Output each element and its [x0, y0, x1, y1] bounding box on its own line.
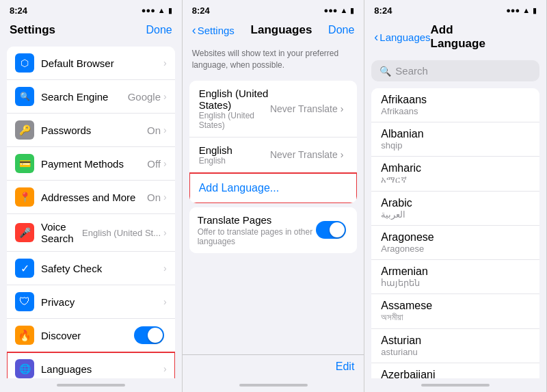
chevron-icon: ›	[163, 57, 167, 68]
voice-search-value: English (United St...	[82, 228, 161, 238]
add-language-item[interactable]: Add Language...	[189, 173, 358, 203]
lang-aragonese[interactable]: Aragonese Aragonese	[371, 226, 539, 260]
done-button-1[interactable]: Done	[146, 24, 172, 36]
lang-action: Never Translate ›	[270, 103, 343, 114]
lang-native: shqip	[381, 140, 530, 151]
lang-name: Assamese	[381, 300, 530, 312]
safety-check-icon: ✓	[15, 259, 34, 278]
chevron-icon: ›	[163, 227, 167, 238]
search-engine-item[interactable]: 🔍 Search Engine Google ›	[7, 80, 175, 114]
addresses-item[interactable]: 📍 Addresses and More On ›	[7, 181, 175, 214]
nav-bar-1: Settings Done	[0, 19, 182, 42]
lang-armenian[interactable]: Armenian հայերեն	[371, 260, 539, 294]
home-indicator-3	[364, 378, 546, 392]
back-to-settings[interactable]: ‹ Settings	[192, 24, 235, 36]
battery-icon: ▮	[168, 6, 172, 15]
lang-afrikaans[interactable]: Afrikaans Afrikaans	[371, 88, 539, 122]
default-browser-icon: ⬡	[15, 53, 34, 73]
status-bar-2: 8:24 ●●● ▲ ▮	[183, 0, 364, 19]
time-3: 8:24	[374, 5, 392, 16]
lang-azerbaijani[interactable]: Azerbaijani azerbaycan	[371, 363, 539, 378]
add-language-list: Afrikaans Afrikaans Albanian shqip Amhar…	[371, 88, 539, 378]
home-bar	[421, 384, 490, 387]
lang-secondary: English	[199, 156, 270, 166]
wifi-icon: ▲	[340, 6, 347, 14]
lang-english[interactable]: English English Never Translate ›	[189, 138, 358, 173]
bottom-bar: Edit	[183, 354, 364, 378]
lang-english-us[interactable]: English (United States) English (United …	[189, 81, 358, 138]
discover-label: Discover	[41, 330, 134, 341]
chevron-icon: ›	[163, 263, 167, 274]
back-chevron-icon: ‹	[374, 31, 378, 43]
language-list-scroll[interactable]: Afrikaans Afrikaans Albanian shqip Amhar…	[364, 86, 546, 378]
time-1: 8:24	[10, 5, 27, 16]
settings-title: Settings	[10, 23, 55, 37]
lang-albanian[interactable]: Albanian shqip	[371, 122, 539, 157]
chevron-icon: ›	[163, 296, 167, 307]
settings-scroll[interactable]: ⬡ Default Browser › 🔍 Search Engine Goog…	[0, 42, 182, 378]
translate-toggle[interactable]	[316, 221, 346, 239]
passwords-label: Passwords	[41, 125, 147, 136]
lang-assamese[interactable]: Assamese অসমীয়া	[371, 294, 539, 329]
back-chevron-icon: ‹	[192, 24, 196, 36]
discover-icon: 🔥	[15, 326, 34, 345]
add-language-panel: 8:24 ●●● ▲ ▮ ‹ Languages Add Language 🔍 …	[364, 0, 547, 392]
discover-toggle[interactable]	[134, 326, 164, 344]
languages-panel: 8:24 ●●● ▲ ▮ ‹ Settings Languages Done W…	[183, 0, 365, 392]
chevron-icon: ›	[163, 158, 167, 169]
lang-native: አማርኛ	[381, 174, 530, 185]
languages-item[interactable]: 🌐 Languages ›	[7, 352, 175, 378]
lang-amharic[interactable]: Amharic አማርኛ	[371, 157, 539, 192]
languages-list: English (United States) English (United …	[189, 81, 358, 203]
wifi-icon: ▲	[522, 6, 530, 14]
translate-pages-item[interactable]: Translate Pages Offer to translate pages…	[189, 207, 358, 253]
lang-native: հայերեն	[381, 278, 530, 288]
passwords-icon: 🔑	[15, 120, 34, 140]
discover-item[interactable]: 🔥 Discover	[7, 319, 175, 352]
back-label: Settings	[198, 25, 235, 36]
translate-sub: Offer to translate pages in other langua…	[198, 227, 317, 246]
lang-asturian[interactable]: Asturian asturianu	[371, 329, 539, 363]
addresses-icon: 📍	[15, 187, 34, 207]
payment-methods-item[interactable]: 💳 Payment Methods Off ›	[7, 147, 175, 181]
search-bar[interactable]: 🔍 Search	[371, 60, 539, 81]
back-to-languages[interactable]: ‹ Languages	[374, 31, 430, 43]
translate-title: Translate Pages	[198, 214, 317, 226]
done-button-2[interactable]: Done	[328, 24, 354, 36]
add-language-title: Add Language	[431, 23, 501, 51]
passwords-item[interactable]: 🔑 Passwords On ›	[7, 114, 175, 147]
privacy-icon: 🛡	[15, 292, 34, 311]
payment-label: Payment Methods	[41, 158, 147, 170]
safety-check-label: Safety Check	[41, 263, 163, 274]
languages-scroll[interactable]: Websites will show text in your preferre…	[183, 42, 364, 354]
status-icons-2: ●●● ▲ ▮	[324, 6, 355, 15]
lang-native: অসমীয়া	[381, 312, 530, 323]
battery-icon: ▮	[350, 6, 354, 15]
lang-arabic[interactable]: Arabic العربية	[371, 192, 539, 226]
languages-label: Languages	[41, 363, 163, 375]
chevron-icon: ›	[163, 91, 167, 102]
battery-icon: ▮	[533, 6, 537, 15]
status-icons-3: ●●● ▲ ▮	[506, 6, 537, 15]
languages-nav-title: Languages	[251, 23, 312, 37]
search-engine-label: Search Engine	[41, 91, 128, 103]
lang-name: Asturian	[381, 335, 530, 347]
voice-search-icon: 🎤	[15, 223, 34, 242]
lang-primary: English	[199, 144, 270, 156]
safety-check-item[interactable]: ✓ Safety Check ›	[7, 252, 175, 285]
voice-search-item[interactable]: 🎤 Voice Search English (United St... ›	[7, 214, 175, 252]
default-browser-item[interactable]: ⬡ Default Browser ›	[7, 47, 175, 80]
lang-native: Aragonese	[381, 244, 530, 254]
edit-button[interactable]: Edit	[336, 361, 355, 373]
default-browser-label: Default Browser	[41, 57, 163, 69]
privacy-item[interactable]: 🛡 Privacy ›	[7, 285, 175, 319]
toggle-thumb	[148, 328, 163, 343]
nav-bar-3: ‹ Languages Add Language	[364, 19, 546, 56]
lang-name: Armenian	[381, 265, 530, 278]
lang-native: asturianu	[381, 347, 530, 357]
lang-name: Afrikaans	[381, 94, 530, 106]
lang-name: Albanian	[381, 128, 530, 140]
lang-native: Afrikaans	[381, 106, 530, 116]
add-language-text: Add Language...	[199, 182, 279, 194]
passwords-value: On	[147, 125, 161, 136]
